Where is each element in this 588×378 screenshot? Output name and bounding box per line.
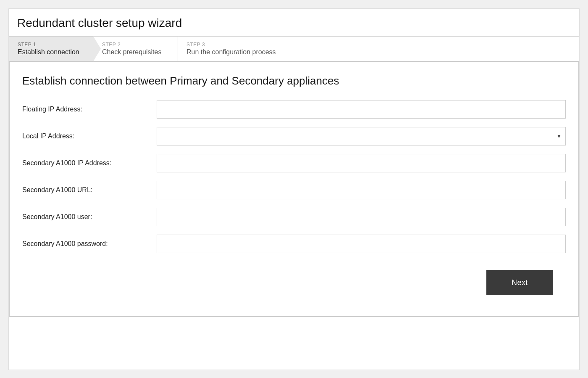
wizard-body: Establish connection between Primary and… — [9, 61, 579, 317]
step-1[interactable]: STEP 1 Establish connection — [9, 37, 93, 61]
next-button[interactable]: Next — [486, 270, 553, 295]
form-row-local-ip: Local IP Address: ▼ — [22, 127, 566, 145]
steps-bar: STEP 1 Establish connection STEP 2 Check… — [9, 36, 579, 61]
input-secondary-password[interactable] — [157, 235, 566, 253]
section-title: Establish connection between Primary and… — [22, 74, 566, 87]
step-1-number: STEP 1 — [18, 42, 81, 48]
form-row-floating-ip: Floating IP Address: — [22, 100, 566, 119]
step-3[interactable]: STEP 3 Run the configuration process — [178, 37, 579, 61]
label-secondary-password: Secondary A1000 password: — [22, 240, 157, 248]
select-local-ip[interactable] — [157, 127, 566, 145]
input-secondary-user[interactable] — [157, 208, 566, 226]
label-secondary-ip: Secondary A1000 IP Address: — [22, 159, 157, 167]
wizard-outer-border: STEP 1 Establish connection STEP 2 Check… — [9, 36, 579, 317]
input-secondary-ip[interactable] — [157, 154, 566, 172]
label-secondary-url: Secondary A1000 URL: — [22, 186, 157, 194]
select-wrapper-local-ip: ▼ — [157, 127, 566, 145]
wizard-title: Redundant cluster setup wizard — [9, 9, 579, 36]
input-floating-ip[interactable] — [157, 100, 566, 119]
wizard-container: Redundant cluster setup wizard STEP 1 Es… — [8, 8, 580, 370]
wizard-footer: Next — [22, 262, 566, 308]
label-floating-ip: Floating IP Address: — [22, 106, 157, 113]
input-secondary-url[interactable] — [157, 181, 566, 199]
step-2-number: STEP 2 — [102, 42, 165, 48]
step-2[interactable]: STEP 2 Check prerequisites — [94, 37, 178, 61]
form-row-secondary-ip: Secondary A1000 IP Address: — [22, 154, 566, 172]
form-row-secondary-password: Secondary A1000 password: — [22, 235, 566, 253]
label-secondary-user: Secondary A1000 user: — [22, 213, 157, 221]
form-row-secondary-user: Secondary A1000 user: — [22, 208, 566, 226]
step-1-label: Establish connection — [18, 48, 81, 56]
label-local-ip: Local IP Address: — [22, 132, 157, 140]
step-3-label: Run the configuration process — [186, 48, 566, 56]
step-2-label: Check prerequisites — [102, 48, 165, 56]
step-3-number: STEP 3 — [186, 42, 566, 48]
form-row-secondary-url: Secondary A1000 URL: — [22, 181, 566, 199]
